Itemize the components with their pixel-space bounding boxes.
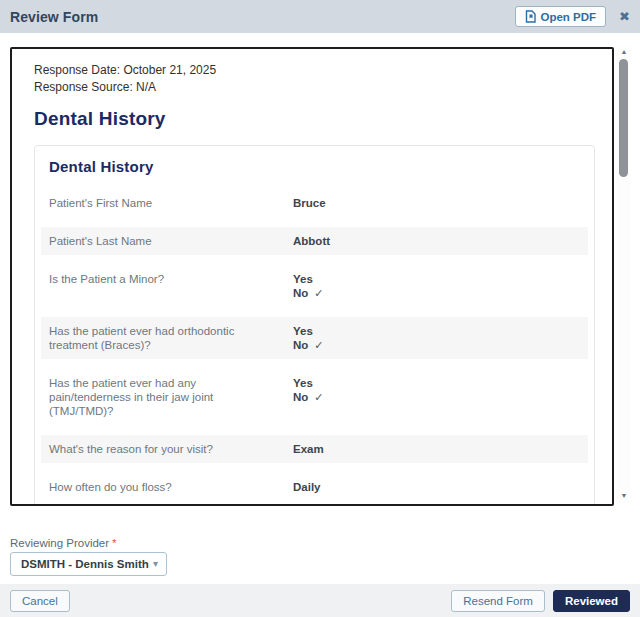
answer-value: Yes [293, 324, 580, 338]
reviewing-provider-label-text: Reviewing Provider [10, 537, 109, 549]
question-label: Has the patient ever had any pain/tender… [49, 376, 293, 418]
answer-value: Yes [293, 272, 580, 286]
answer-group: Bruce [293, 196, 580, 210]
question-label: Has the patient ever had orthodontic tre… [49, 324, 293, 352]
answer-group: YesNo✓ [293, 376, 580, 418]
qa-rows: Patient's First Name Bruce Patient's Las… [41, 189, 588, 506]
answer-group: YesNo✓ [293, 272, 580, 300]
answer-value: Daily [293, 480, 580, 494]
chevron-down-icon: ▾ [153, 559, 158, 569]
question-label: Is the Patient a Minor? [49, 272, 293, 300]
dialog-footer: Cancel Resend Form Reviewed [0, 584, 640, 617]
close-icon[interactable]: ✖ [619, 10, 630, 23]
checkmark-icon: ✓ [314, 339, 323, 351]
answer-group: YesNo✓ [293, 324, 580, 352]
qa-row: How often do you floss? Daily [41, 473, 588, 501]
qa-row: Patient's Last Name Abbott [41, 227, 588, 255]
answer-value: No✓ [293, 286, 580, 300]
pdf-file-icon [525, 10, 536, 23]
qa-row: What's the reason for your visit? Exam [41, 435, 588, 463]
answer-value: No✓ [293, 338, 580, 352]
answer-value: Bruce [293, 196, 580, 210]
cancel-button[interactable]: Cancel [10, 590, 70, 612]
qa-row: Is the Patient a Minor? YesNo✓ [41, 265, 588, 307]
reviewed-button[interactable]: Reviewed [553, 590, 630, 612]
qa-row: Has the patient ever had any pain/tender… [41, 369, 588, 425]
qa-row: Has the patient ever had orthodontic tre… [41, 317, 588, 359]
scrollbar-thumb[interactable] [619, 59, 628, 177]
question-label: Patient's First Name [49, 196, 293, 210]
question-label: How often do you floss? [49, 480, 293, 494]
scrollbar[interactable]: ▲ ▼ [617, 45, 631, 503]
answer-value: No✓ [293, 390, 580, 404]
question-label: What's the reason for your visit? [49, 442, 293, 456]
checkmark-icon: ✓ [314, 391, 323, 403]
open-pdf-label: Open PDF [541, 11, 597, 23]
answer-value: Abbott [293, 234, 580, 248]
scroll-up-icon[interactable]: ▲ [617, 47, 631, 57]
resend-form-button[interactable]: Resend Form [451, 590, 545, 612]
dialog-titlebar: Review Form Open PDF ✖ [0, 0, 640, 33]
required-marker: * [112, 537, 116, 549]
question-label: Patient's Last Name [49, 234, 293, 248]
dental-history-card: Dental History Patient's First Name Bruc… [34, 145, 595, 506]
footer-right-actions: Resend Form Reviewed [451, 590, 630, 612]
answer-group: Abbott [293, 234, 580, 248]
response-source: Response Source: N/A [34, 79, 594, 96]
reviewing-provider-select[interactable]: DSMITH - Dennis Smith ▾ [10, 552, 167, 576]
form-preview-container: Response Date: October 21, 2025 Response… [10, 47, 614, 506]
reviewing-provider-label: Reviewing Provider* [10, 537, 117, 549]
answer-value: Exam [293, 442, 580, 456]
checkmark-icon: ✓ [314, 287, 323, 299]
dialog-title: Review Form [10, 9, 98, 25]
answer-group: Exam [293, 442, 580, 456]
answer-value: Yes [293, 376, 580, 390]
titlebar-actions: Open PDF ✖ [515, 6, 640, 27]
open-pdf-button[interactable]: Open PDF [515, 6, 607, 27]
response-date: Response Date: October 21, 2025 [34, 62, 594, 79]
qa-row: Patient's First Name Bruce [41, 189, 588, 217]
scroll-down-icon[interactable]: ▼ [617, 491, 631, 501]
answer-group: Daily [293, 480, 580, 494]
form-page-title: Dental History [34, 108, 594, 130]
form-content: Response Date: October 21, 2025 Response… [12, 49, 612, 506]
reviewing-provider-value: DSMITH - Dennis Smith [21, 558, 149, 570]
card-title: Dental History [49, 158, 588, 175]
